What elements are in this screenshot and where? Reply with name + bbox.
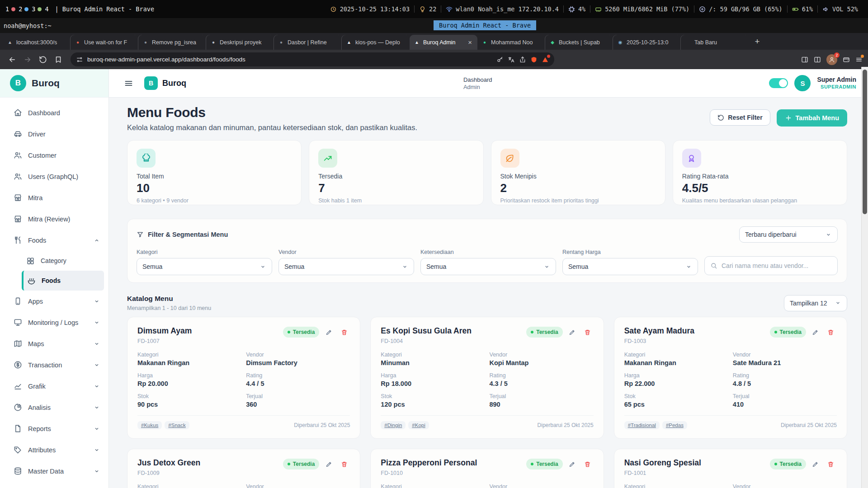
reload-button[interactable] xyxy=(36,53,50,66)
tag-pill[interactable]: #Snack xyxy=(165,421,189,429)
status-segment-icon xyxy=(699,6,706,13)
new-tab-button[interactable]: + xyxy=(750,35,764,48)
search-input[interactable] xyxy=(722,262,832,269)
browser-tab[interactable]: ● Dasbor | Refine × xyxy=(274,35,342,50)
brave-rewards-icon[interactable] xyxy=(542,56,549,63)
add-menu-button[interactable]: Tambah Menu xyxy=(777,109,847,127)
brave-shield-icon[interactable] xyxy=(530,56,538,63)
browser-profile-avatar[interactable]: 2 xyxy=(826,54,837,65)
sidebar-item[interactable]: Users (GraphQL) xyxy=(0,166,108,187)
tag-pill[interactable]: #Kopi xyxy=(408,421,429,429)
forward-button[interactable] xyxy=(21,53,34,66)
edit-button[interactable] xyxy=(566,458,578,470)
page-scrollbar[interactable] xyxy=(861,67,868,488)
browser-tab[interactable]: ● Use wait-on for F × xyxy=(71,35,138,50)
header-brand[interactable]: B Buroq xyxy=(144,76,186,90)
status-segments: 2025-10-25 13:14:03 22 wlan0 Noah_is_me … xyxy=(326,5,863,13)
sidebar-item[interactable]: Mitra (Review) xyxy=(0,208,108,230)
sidebar: B Buroq Dashboard Driver Customer Users … xyxy=(0,69,109,488)
sidebar-item[interactable]: Category xyxy=(0,251,108,271)
status-badge: Tersedia xyxy=(526,327,562,338)
tag-pill[interactable]: #Dingin xyxy=(381,421,406,429)
theme-toggle[interactable] xyxy=(769,78,788,88)
filter-select[interactable]: Semua xyxy=(562,258,698,275)
edit-button[interactable] xyxy=(810,326,821,338)
edit-button[interactable] xyxy=(323,458,335,470)
tag-list: #Tradisional #Pedas xyxy=(624,421,687,429)
sidebar-item[interactable]: Foods xyxy=(0,230,108,251)
sidebar-item[interactable]: Monitoring / Logs xyxy=(0,312,108,333)
page-size-select[interactable]: Tampilkan 12 xyxy=(784,295,847,311)
terminal-row: noah@myhost:~ Buroq Admin React - Brave xyxy=(0,18,868,33)
sidebar-item[interactable]: Analisis xyxy=(0,397,108,418)
tag-pill[interactable]: #Kukus xyxy=(137,421,162,429)
delete-button[interactable] xyxy=(582,458,594,470)
tag-pill[interactable]: #Pedas xyxy=(662,421,687,429)
search-box[interactable] xyxy=(704,256,838,275)
workspace[interactable]: 4 xyxy=(45,5,48,13)
browser-tab[interactable]: ▲ localhost:3000/s × xyxy=(3,35,71,50)
share-icon[interactable] xyxy=(519,56,526,63)
browser-tab[interactable]: ● Deskripsi proyek × xyxy=(206,35,274,50)
reset-filter-button[interactable]: Reset Filter xyxy=(710,109,770,126)
filter-select[interactable]: Semua xyxy=(420,258,556,275)
workspace[interactable]: 1 xyxy=(5,5,15,13)
browser-tab[interactable]: ● Remove pg_isrea × xyxy=(138,35,206,50)
tab-favicon: ▲ xyxy=(346,40,352,45)
status-segment-icon xyxy=(419,6,426,13)
sidebar-item[interactable]: Grafik xyxy=(0,375,108,397)
sidebar-item[interactable]: Dashboard xyxy=(0,102,108,123)
delete-button[interactable] xyxy=(582,326,594,338)
sidebar-panel-icon[interactable] xyxy=(801,56,808,63)
delete-button[interactable] xyxy=(825,326,837,338)
edit-button[interactable] xyxy=(323,326,335,338)
delete-button[interactable] xyxy=(825,458,837,470)
back-button[interactable] xyxy=(5,53,19,66)
profile-badge: 2 xyxy=(834,52,840,58)
sidebar-item[interactable]: Reports xyxy=(0,418,108,439)
sidebar-item[interactable]: Customer xyxy=(0,145,108,166)
chevron-icon xyxy=(93,383,100,390)
sort-select[interactable]: Terbaru diperbarui xyxy=(739,226,838,243)
edit-button[interactable] xyxy=(810,458,821,470)
filter-select[interactable]: Semua xyxy=(278,258,414,275)
sidebar-item[interactable]: Maps xyxy=(0,333,108,354)
browser-tab[interactable]: ▲ kios-pos — Deplo × xyxy=(342,35,410,50)
bookmark-icon[interactable] xyxy=(52,53,65,66)
sidebar-item[interactable]: Transaction xyxy=(0,354,108,375)
scrollbar-thumb[interactable] xyxy=(863,70,867,214)
browser-tab[interactable]: ◆ Buckets | Supab × xyxy=(545,35,613,50)
split-view-icon[interactable] xyxy=(814,56,821,63)
delete-button[interactable] xyxy=(338,458,350,470)
page-content: Menu Foods Kelola katalog makanan dan mi… xyxy=(109,98,868,488)
browser-menu-icon[interactable] xyxy=(855,56,863,63)
chevron-down-icon xyxy=(835,300,841,306)
sidebar-item[interactable]: Attributes xyxy=(0,439,108,460)
wallet-icon[interactable] xyxy=(843,56,850,63)
delete-button[interactable] xyxy=(338,326,350,338)
url-bar[interactable]: buroq-new-admin-panel.vercel.app/dashboa… xyxy=(71,52,554,66)
user-avatar[interactable]: S xyxy=(794,75,811,91)
browser-tab[interactable]: ◉ 2025-10-25-13:0 × xyxy=(613,35,681,50)
chevron-down-icon xyxy=(825,231,832,238)
workspace[interactable]: 3 xyxy=(32,5,42,13)
site-settings-icon[interactable] xyxy=(76,56,83,63)
edit-button[interactable] xyxy=(566,326,578,338)
sidebar-item[interactable]: Foods xyxy=(22,271,104,291)
url-text[interactable]: buroq-new-admin-panel.vercel.app/dashboa… xyxy=(87,56,492,63)
sidebar-item[interactable]: Master Data xyxy=(0,460,108,482)
filter-select[interactable]: Semua xyxy=(137,258,272,275)
browser-tab[interactable]: Tab Baru × xyxy=(681,35,749,50)
sidebar-item-icon xyxy=(14,361,22,369)
browser-tab[interactable]: ▲ Buroq Admin × xyxy=(410,35,477,50)
workspace[interactable]: 2 xyxy=(19,5,28,13)
translate-icon[interactable] xyxy=(508,56,515,63)
password-key-icon[interactable] xyxy=(496,56,504,63)
sidebar-item[interactable]: Driver xyxy=(0,123,108,145)
hamburger-menu-icon[interactable] xyxy=(121,75,136,91)
tab-close-icon[interactable]: × xyxy=(467,38,473,46)
sidebar-item[interactable]: Apps xyxy=(0,291,108,312)
browser-tab[interactable]: ● Mohammad Noo × xyxy=(477,35,545,50)
sidebar-item[interactable]: Mitra xyxy=(0,187,108,208)
tag-pill[interactable]: #Tradisional xyxy=(624,421,660,429)
